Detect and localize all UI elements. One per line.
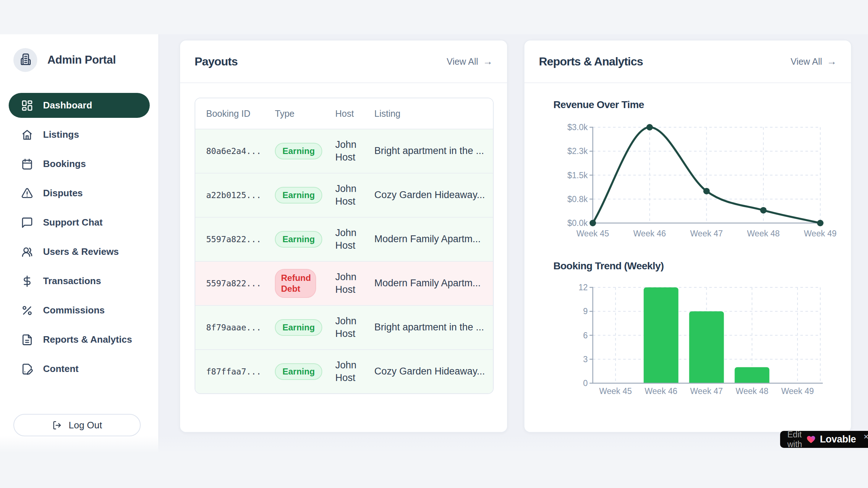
lovable-brand: Lovable [820, 434, 856, 445]
booking-id-cell: 80a6e2a4... [195, 146, 275, 156]
sidebar: Admin Portal Dashboard [0, 34, 159, 453]
building-icon [18, 52, 32, 68]
type-cell: Earning [275, 363, 335, 380]
calendar-icon [21, 158, 33, 170]
listing-cell: Cozy Garden Hideaway... [374, 189, 493, 201]
sidebar-item-content[interactable]: Content [9, 356, 150, 381]
payouts-view-all-link[interactable]: View All → [447, 56, 493, 67]
app-frame: Admin Portal Dashboard [0, 34, 868, 453]
refund-debt-badge: Refund Debt [275, 269, 316, 298]
dollar-icon [21, 275, 33, 287]
booking-id-cell: 5597a822... [195, 235, 275, 244]
svg-text:Week 45: Week 45 [576, 229, 609, 238]
column-header-type: Type [275, 108, 335, 119]
host-cell: John Host [335, 271, 374, 296]
table-row: 5597a822... Refund Debt John Host Modern… [195, 261, 493, 305]
booking-chart-title: Booking Trend (Weekly) [553, 260, 664, 272]
svg-text:0: 0 [583, 378, 588, 388]
table-row: f87ffaa7... Earning John Host Cozy Garde… [195, 349, 493, 393]
heart-icon [806, 435, 816, 444]
sidebar-item-support-chat[interactable]: Support Chat [9, 210, 150, 235]
home-icon [21, 129, 33, 141]
svg-text:Week 46: Week 46 [645, 386, 677, 396]
booking-id-cell: f87ffaa7... [195, 367, 275, 376]
percent-icon [21, 304, 33, 317]
booking-bar-chart: 036912Week 45Week 46Week 47Week 48Week 4… [555, 280, 848, 405]
sidebar-item-transactions[interactable]: Transactions [9, 269, 150, 294]
svg-text:$0.0k: $0.0k [567, 218, 588, 228]
logout-icon [52, 420, 62, 430]
svg-text:9: 9 [583, 307, 588, 316]
svg-text:12: 12 [578, 283, 588, 292]
earning-badge: Earning [275, 319, 322, 336]
sidebar-item-label: Dashboard [43, 100, 92, 111]
lovable-badge[interactable]: Edit with Lovable × [780, 431, 868, 448]
alert-triangle-icon [21, 187, 33, 200]
arrow-right-icon: → [483, 57, 493, 67]
host-cell: John Host [335, 359, 374, 384]
logout-button[interactable]: Log Out [13, 414, 141, 436]
sidebar-item-listings[interactable]: Listings [9, 122, 150, 147]
host-cell: John Host [335, 227, 374, 252]
arrow-right-icon: → [827, 57, 837, 67]
earning-badge: Earning [275, 231, 322, 248]
reports-view-all-link[interactable]: View All → [791, 56, 837, 67]
column-header-listing: Listing [374, 108, 493, 119]
svg-text:Week 45: Week 45 [599, 386, 632, 396]
svg-text:3: 3 [583, 355, 588, 364]
table-row: 5597a822... Earning John Host Modern Fam… [195, 217, 493, 261]
earning-badge: Earning [275, 143, 322, 159]
logout-label: Log Out [69, 420, 102, 431]
type-cell: Earning [275, 143, 335, 159]
payouts-title: Payouts [195, 55, 238, 68]
message-square-icon [21, 217, 33, 229]
svg-text:$2.3k: $2.3k [567, 146, 588, 156]
file-text-icon [21, 334, 33, 346]
sidebar-item-dashboard[interactable]: Dashboard [9, 93, 150, 118]
file-pen-icon [21, 363, 33, 375]
type-cell: Earning [275, 231, 335, 248]
listing-cell: Modern Family Apartm... [374, 277, 493, 290]
booking-id-cell: 5597a822... [195, 279, 275, 288]
sidebar-item-reports-analytics[interactable]: Reports & Analytics [9, 327, 150, 352]
column-header-host: Host [335, 108, 374, 119]
svg-text:$1.5k: $1.5k [567, 171, 588, 180]
type-cell: Earning [275, 319, 335, 336]
sidebar-item-disputes[interactable]: Disputes [9, 181, 150, 206]
svg-text:Week 47: Week 47 [690, 386, 723, 396]
brand-logo [13, 48, 37, 72]
users-icon [21, 246, 33, 258]
sidebar-item-label: Content [43, 363, 78, 374]
reports-card-header: Reports & Analytics View All → [524, 40, 851, 83]
admin-dashboard-page: Admin Portal Dashboard [0, 0, 868, 488]
listing-cell: Cozy Garden Hideaway... [374, 365, 493, 378]
sidebar-item-bookings[interactable]: Bookings [9, 151, 150, 176]
payouts-card-header: Payouts View All → [180, 40, 507, 83]
svg-text:Week 46: Week 46 [633, 229, 666, 238]
type-cell: Earning [275, 187, 335, 204]
sidebar-item-label: Commissions [43, 305, 105, 316]
reports-title: Reports & Analytics [539, 55, 643, 68]
revenue-line-chart: $0.0k$0.8k$1.5k$2.3k$3.0kWeek 45Week 46W… [555, 120, 848, 245]
sidebar-item-label: Disputes [43, 188, 83, 199]
table-row: a22b0125... Earning John Host Cozy Garde… [195, 173, 493, 217]
table-header-row: Booking ID Type Host Listing [195, 98, 493, 129]
type-cell: Refund Debt [275, 269, 335, 298]
table-row: 80a6e2a4... Earning John Host Bright apa… [195, 129, 493, 173]
svg-text:Week 48: Week 48 [736, 386, 768, 396]
sidebar-item-label: Bookings [43, 158, 86, 170]
sidebar-item-label: Transactions [43, 275, 101, 287]
booking-id-cell: a22b0125... [195, 191, 275, 200]
listing-cell: Modern Family Apartm... [374, 233, 493, 245]
lovable-prefix: Edit with [787, 430, 802, 449]
payouts-table: Booking ID Type Host Listing 80a6e2a4...… [195, 98, 494, 394]
sidebar-nav: Dashboard Listings [0, 93, 158, 381]
svg-text:Week 49: Week 49 [804, 229, 837, 238]
sidebar-item-users-reviews[interactable]: Users & Reviews [9, 239, 150, 264]
sidebar-item-label: Listings [43, 129, 79, 140]
table-row: 8f79aaae... Earning John Host Bright apa… [195, 305, 493, 349]
brand-name: Admin Portal [47, 53, 116, 67]
column-header-booking-id: Booking ID [195, 108, 275, 119]
sidebar-item-commissions[interactable]: Commissions [9, 298, 150, 323]
close-icon[interactable]: × [864, 432, 868, 441]
